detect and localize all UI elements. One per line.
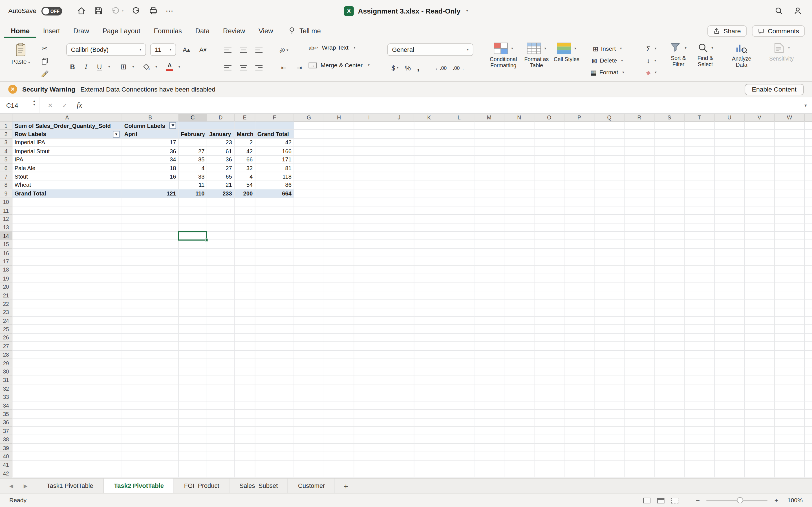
cell[interactable] <box>624 232 655 240</box>
cell[interactable] <box>444 240 474 249</box>
cell[interactable] <box>564 368 595 376</box>
name-box[interactable]: C14 ▲ ▼ <box>0 97 40 113</box>
cell[interactable]: 42 <box>235 147 255 156</box>
cell[interactable] <box>12 444 122 452</box>
cell[interactable] <box>179 215 207 223</box>
row-header[interactable]: 34 <box>0 401 12 410</box>
cell[interactable] <box>354 240 384 249</box>
cell[interactable] <box>595 461 625 469</box>
cell[interactable] <box>504 156 535 164</box>
cell[interactable] <box>444 401 474 410</box>
cell[interactable] <box>715 376 745 385</box>
cell[interactable]: Imperial IPA <box>12 138 122 147</box>
cell[interactable] <box>294 283 324 291</box>
cell[interactable] <box>324 410 354 418</box>
cell[interactable] <box>255 283 294 291</box>
cell[interactable] <box>12 283 122 291</box>
row-header[interactable]: 27 <box>0 342 12 350</box>
zoom-out-button[interactable]: − <box>696 496 700 504</box>
cell[interactable] <box>655 376 685 385</box>
cell[interactable] <box>624 130 655 138</box>
cell[interactable] <box>504 274 535 283</box>
page-layout-view-icon[interactable] <box>657 497 664 503</box>
cell[interactable]: Stout <box>12 172 122 181</box>
ribbon-tab-formulas[interactable]: Formulas <box>147 23 189 38</box>
cell[interactable]: Pale Ale <box>12 164 122 172</box>
cell[interactable] <box>595 291 625 300</box>
cell[interactable] <box>655 266 685 274</box>
cell[interactable] <box>255 385 294 393</box>
cell[interactable]: Imperial Stout <box>12 147 122 156</box>
cell[interactable] <box>255 240 294 249</box>
cell[interactable] <box>414 427 444 435</box>
cell[interactable] <box>655 147 685 156</box>
cell[interactable] <box>775 189 805 198</box>
cell[interactable] <box>805 223 812 232</box>
cell[interactable] <box>179 350 207 359</box>
cell[interactable] <box>324 427 354 435</box>
cell[interactable] <box>294 223 324 232</box>
cell[interactable] <box>684 444 715 452</box>
cell[interactable] <box>805 376 812 385</box>
cell[interactable] <box>255 359 294 368</box>
zoom-slider-knob[interactable] <box>737 497 743 503</box>
cell[interactable] <box>207 359 235 368</box>
cell[interactable] <box>684 189 715 198</box>
cell[interactable] <box>745 325 775 334</box>
cell[interactable] <box>535 232 565 240</box>
cell[interactable] <box>354 452 384 461</box>
cell[interactable] <box>805 130 812 138</box>
cell[interactable]: 32 <box>235 164 255 172</box>
cell[interactable] <box>444 452 474 461</box>
cell[interactable] <box>805 283 812 291</box>
cell[interactable] <box>564 130 595 138</box>
cell[interactable] <box>324 317 354 325</box>
cell[interactable] <box>745 283 775 291</box>
cell[interactable] <box>624 376 655 385</box>
cell[interactable] <box>179 368 207 376</box>
cell[interactable] <box>235 342 255 350</box>
cell[interactable] <box>294 274 324 283</box>
column-labels-filter-button[interactable] <box>169 122 176 129</box>
cell[interactable] <box>624 410 655 418</box>
cell[interactable] <box>12 359 122 368</box>
formula-bar-expand-icon[interactable]: ▾ <box>804 103 812 108</box>
cell[interactable] <box>535 283 565 291</box>
autosave-toggle[interactable]: OFF <box>42 6 62 15</box>
cell[interactable] <box>444 291 474 300</box>
cell[interactable] <box>179 376 207 385</box>
account-icon[interactable] <box>793 5 803 16</box>
row-header[interactable]: 24 <box>0 317 12 325</box>
cell[interactable] <box>444 130 474 138</box>
cell[interactable] <box>715 198 745 207</box>
cell[interactable] <box>715 249 745 257</box>
cell[interactable] <box>474 223 504 232</box>
cell[interactable] <box>179 266 207 274</box>
cell[interactable] <box>354 257 384 266</box>
column-header[interactable]: D <box>207 114 235 122</box>
cell[interactable] <box>414 317 444 325</box>
cell[interactable] <box>207 334 235 342</box>
cell[interactable] <box>655 156 685 164</box>
cell[interactable] <box>775 215 805 223</box>
cell[interactable] <box>715 130 745 138</box>
cell[interactable] <box>655 232 685 240</box>
cell[interactable] <box>354 249 384 257</box>
cell[interactable] <box>12 325 122 334</box>
cell[interactable] <box>294 452 324 461</box>
cell[interactable] <box>655 181 685 189</box>
row-header[interactable]: 14 <box>0 232 12 240</box>
cell[interactable] <box>354 138 384 147</box>
cell[interactable] <box>775 461 805 469</box>
cell[interactable] <box>504 138 535 147</box>
cell[interactable] <box>384 444 414 452</box>
cell[interactable] <box>595 401 625 410</box>
cell[interactable] <box>324 181 354 189</box>
cell[interactable] <box>564 325 595 334</box>
cell[interactable] <box>655 274 685 283</box>
cell[interactable] <box>294 444 324 452</box>
cell[interactable] <box>535 350 565 359</box>
cell[interactable] <box>805 291 812 300</box>
cell[interactable] <box>122 207 179 215</box>
cell[interactable]: 11 <box>179 181 207 189</box>
